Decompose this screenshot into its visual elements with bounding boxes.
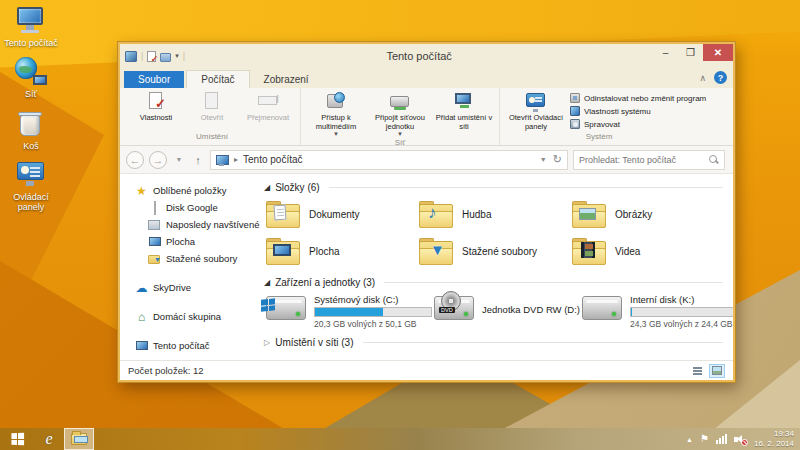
taskbar-internet-explorer[interactable]: e <box>34 428 64 450</box>
maximize-button[interactable]: ❐ <box>678 44 703 61</box>
skydrive-cloud-icon: ☁ <box>135 282 148 294</box>
computer-icon <box>14 6 48 36</box>
close-button[interactable]: ✕ <box>703 44 733 61</box>
add-network-location-button[interactable]: Přidat umístění v síti <box>433 91 495 131</box>
recycle-bin-icon <box>14 109 48 139</box>
show-hidden-icons-chevron[interactable]: ▲ <box>686 436 693 443</box>
media-access-button[interactable]: Přístup k multimédiím▼ <box>305 91 367 138</box>
collapse-triangle-icon[interactable]: ◢ <box>264 278 270 287</box>
system-drive-icon <box>266 296 306 320</box>
volume-muted-icon[interactable] <box>734 434 747 445</box>
desktop-icon-label: Koš <box>23 141 39 151</box>
search-input[interactable] <box>579 155 709 165</box>
refresh-icon[interactable]: ↻ <box>553 153 562 166</box>
system-menu-icon[interactable] <box>125 51 137 62</box>
open-button[interactable]: Otevřít <box>184 91 240 123</box>
internal-drive-icon <box>582 296 622 320</box>
address-box[interactable]: ▸ Tento počítač ▼ ↻ <box>210 150 568 170</box>
tab-file[interactable]: Soubor <box>124 71 184 88</box>
folder-videos[interactable]: Videa <box>570 233 723 270</box>
forward-button[interactable]: → <box>149 151 167 169</box>
sidebar-item-favorites[interactable]: ★ Oblíbené položky <box>120 182 252 199</box>
drive-c[interactable]: Systémový disk (C:) 20,3 GB volných z 50… <box>264 292 432 329</box>
folder-tiles: Dokumenty ♪ Hudba Obrázky Plocha <box>264 196 723 270</box>
thumbnail-view-button[interactable] <box>709 364 725 378</box>
tab-computer[interactable]: Počítač <box>186 70 249 88</box>
desktop-icon-control-panel[interactable]: Ovládací panely <box>4 160 58 213</box>
content-pane: ◢ Složky (6) Dokumenty ♪ Hudba O <box>252 174 733 360</box>
group-label-location: Umístění <box>128 132 296 145</box>
desktop-icon-network[interactable]: Síť <box>4 57 58 99</box>
caption-buttons: – ❐ ✕ <box>653 44 733 61</box>
system-properties-button[interactable]: Vlastnosti systému <box>570 106 706 116</box>
sidebar-item-desktop[interactable]: Plocha <box>120 233 252 250</box>
section-header-devices[interactable]: ◢ Zařízení a jednotky (3) <box>264 277 723 288</box>
section-header-network-locations[interactable]: ▷ Umístění v síti (3) <box>264 337 723 348</box>
sidebar-item-recent-places[interactable]: Naposledy navštívené <box>120 216 252 233</box>
sidebar-item-this-pc[interactable]: Tento počítač <box>120 337 252 354</box>
section-header-folders[interactable]: ◢ Složky (6) <box>264 182 723 193</box>
open-control-panel-button[interactable]: Otevřít Ovládací panely <box>504 91 568 131</box>
sidebar-item-homegroup[interactable]: ⌂ Domácí skupina <box>120 308 252 325</box>
drive-dvd[interactable]: DVD Jednotka DVD RW (D:) <box>432 292 580 329</box>
drive-k[interactable]: Interní disk (K:) 24,3 GB volných z 24,4… <box>580 292 733 329</box>
tab-view[interactable]: Zobrazení <box>250 71 323 88</box>
rename-icon <box>257 92 279 112</box>
desktop-icon-this-pc[interactable]: Tento počítač <box>4 6 58 48</box>
map-network-drive-button[interactable]: Připojit síťovou jednotku▼ <box>367 91 433 138</box>
group-label-system: Systém <box>504 132 694 145</box>
recent-locations-chevron-icon[interactable]: ▼ <box>172 156 186 163</box>
help-icon[interactable]: ? <box>714 71 727 84</box>
uninstall-icon <box>570 93 580 103</box>
sidebar-item-google-drive[interactable]: Disk Google <box>120 199 252 216</box>
address-dropdown-icon[interactable]: ▼ <box>540 156 547 163</box>
properties-button[interactable]: Vlastnosti <box>128 91 184 123</box>
minimize-ribbon-icon[interactable]: ∧ <box>699 73 706 83</box>
dvd-drive-icon: DVD <box>434 296 474 320</box>
media-access-icon <box>325 92 347 112</box>
list-view-icon <box>693 367 702 375</box>
this-pc-sidebar-icon <box>135 340 148 352</box>
uninstall-program-button[interactable]: Odinstalovat nebo změnit program <box>570 93 706 103</box>
sidebar-item-skydrive[interactable]: ☁ SkyDrive <box>120 279 252 296</box>
manage-button[interactable]: Spravovat <box>570 119 706 129</box>
expand-triangle-icon[interactable]: ▷ <box>264 338 270 347</box>
desktop-icon-label: Síť <box>25 89 37 99</box>
breadcrumb[interactable]: Tento počítač <box>243 154 302 165</box>
rename-button[interactable]: Přejmenovat <box>240 91 296 123</box>
properties-qat-icon[interactable] <box>147 51 156 62</box>
taskbar-clock[interactable]: 19:34 16. 2. 2014 <box>754 429 794 449</box>
sidebar-item-downloads[interactable]: Stažené soubory <box>120 250 252 267</box>
up-button[interactable]: ↑ <box>191 154 205 166</box>
folder-music[interactable]: ♪ Hudba <box>417 196 570 233</box>
taskbar-file-explorer[interactable] <box>64 428 94 450</box>
details-view-button[interactable] <box>689 364 705 378</box>
folder-documents[interactable]: Dokumenty <box>264 196 417 233</box>
folder-icon <box>266 238 300 265</box>
desktop-monitor-icon <box>148 236 161 248</box>
action-center-flag-icon[interactable]: ⚑ <box>700 434 709 444</box>
network-signal-icon[interactable] <box>716 434 727 444</box>
network-drive-icon <box>389 92 411 112</box>
folder-downloads[interactable]: ▼ Stažené soubory <box>417 233 570 270</box>
back-button[interactable]: ← <box>126 151 144 169</box>
manage-icon <box>570 119 580 129</box>
chevron-down-icon: ▼ <box>333 131 339 138</box>
minimize-button[interactable]: – <box>653 44 678 61</box>
search-box[interactable] <box>573 150 725 170</box>
clock-time: 19:34 <box>774 429 794 439</box>
folder-icon <box>572 238 606 265</box>
qat-customize-chevron-icon[interactable]: ▾ <box>175 52 179 60</box>
folder-pictures[interactable]: Obrázky <box>570 196 723 233</box>
system-tray: ▲ ⚑ 19:34 16. 2. 2014 <box>686 429 800 449</box>
navigation-pane: ★ Oblíbené položky Disk Google Naposledy… <box>120 174 252 360</box>
collapse-triangle-icon[interactable]: ◢ <box>264 183 270 192</box>
desktop-icon-recycle-bin[interactable]: Koš <box>4 109 58 151</box>
new-folder-qat-icon[interactable] <box>160 53 171 62</box>
properties-icon <box>145 92 167 112</box>
disk-usage-bar <box>630 307 733 317</box>
folder-desktop[interactable]: Plocha <box>264 233 417 270</box>
search-icon <box>709 155 719 165</box>
start-button[interactable] <box>0 428 34 450</box>
ribbon-tabs: Soubor Počítač Zobrazení ∧ ? <box>120 68 733 88</box>
